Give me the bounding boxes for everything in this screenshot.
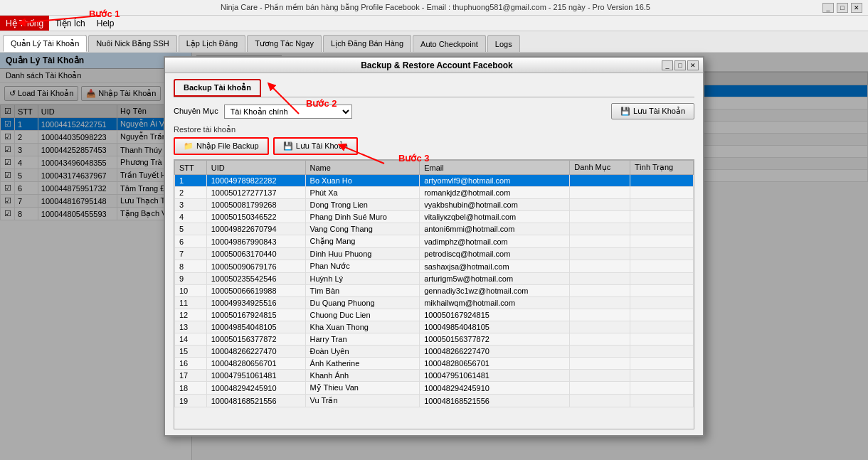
modal-row-tinhtrang [630,187,694,199]
import-backup-button[interactable]: 📁 Nhập File Backup [174,137,269,155]
save-account-button-restore[interactable]: 💾 Lưu Tài Khoản [273,137,358,155]
modal-minimize-button[interactable]: _ [662,60,673,70]
modal-table-row[interactable]: 11 100049934925516 Du Quang Phuong mikha… [175,297,694,309]
col-stt: STT [175,161,207,175]
modal-row-danhmuc [570,273,630,285]
tab-logs[interactable]: Logs [487,35,520,52]
restore-title: Restore tài khoản [174,125,694,134]
modal-row-danhmuc [570,370,630,382]
modal-row-uid: 100048168521556 [206,395,305,407]
modal-table-row[interactable]: 19 100048168521556 Vu Trần 1000481685215… [175,395,694,407]
modal-row-danhmuc [570,285,630,297]
modal-table-row[interactable]: 5 100049822670794 Vang Cong Thang antoni… [175,223,694,235]
modal-row-uid: 100050150346522 [206,211,305,223]
modal-table-row[interactable]: 2 100050127277137 Phút Xa romankjdz@hotm… [175,187,694,199]
modal-table-row[interactable]: 18 100048294245910 Mỹ Thieu Van 10004829… [175,382,694,395]
modal-row-uid: 100050066619988 [206,285,305,297]
modal-row-uid: 100048294245910 [206,382,305,395]
modal-row-email: vitaliyкzqbel@hotmail.com [420,211,570,223]
modal-row-danhmuc [570,187,630,199]
modal-row-stt: 5 [175,223,207,235]
modal-maximize-button[interactable]: □ [674,60,686,70]
tab-nuoinick[interactable]: Nuôi Nick Bằng SSH [88,35,176,52]
modal-row-email: antoni6mmi@hotmail.com [420,223,570,235]
modal-row-danhmuc [570,248,630,260]
modal-table-row[interactable]: 14 100050156377872 Harry Tran 1000501563… [175,333,694,346]
col-email: Email [420,161,570,175]
modal-overlay: Backup & Restore Account Facebook _ □ ✕ … [0,53,868,460]
modal-table-row[interactable]: 17 100047951061481 Khanh Ánh 10004795106… [175,370,694,382]
modal-table-row[interactable]: 4 100050150346522 Phang Dinh Sué Muro vi… [175,211,694,223]
modal-body: Backup Tài khoản Chuyên Mục Tài Khoản ch… [165,73,703,435]
tab-autocheckpoint[interactable]: Auto Checkpoint [413,35,486,52]
modal-title: Backup & Restore Account Facebook [212,60,662,70]
tab-tuongtac[interactable]: Tương Tác Ngay [247,35,322,52]
modal-tab-bar: Backup Tài khoản [174,79,694,97]
modal-row-name: Bo Xuan Ho [305,175,420,187]
modal-table-row[interactable]: 12 100050167924815 Chuong Duc Lien 10005… [175,309,694,321]
modal-row-name: Chuong Duc Lien [305,309,420,321]
tab-quanly[interactable]: Quản Lý Tài Khoản [3,35,87,52]
modal-row-name: Chặng Mang [305,235,420,248]
modal-row-tinhtrang [630,285,694,297]
category-select[interactable]: Tài Khoản chính Tài Khoản phụ [224,105,352,119]
modal-table-row[interactable]: 13 100049854048105 Kha Xuan Thong 100049… [175,321,694,333]
modal-row-uid: 100050090679176 [206,260,305,273]
modal-row-danhmuc [570,358,630,370]
save-account-button-top[interactable]: 💾 Lưu Tài Khoản [611,103,694,119]
modal-row-stt: 19 [175,395,207,407]
close-button[interactable]: ✕ [851,3,862,13]
modal-row-tinhtrang [630,223,694,235]
tab-laplịchdang[interactable]: Lập Lịch Đăng [179,35,245,52]
modal-row-email: romankjdz@hotmail.com [420,187,570,199]
modal-row-tinhtrang [630,273,694,285]
menu-item-tienich[interactable]: Tiện Ích [49,16,91,31]
modal-row-stt: 7 [175,248,207,260]
modal-row-tinhtrang [630,175,694,187]
modal-row-tinhtrang [630,309,694,321]
modal-row-stt: 3 [175,199,207,211]
menu-item-help[interactable]: Help [91,16,120,31]
menu-bar: Hệ Thống Tiện Ích Help [0,16,868,31]
modal-row-danhmuc [570,175,630,187]
modal-row-name: Phan Nước [305,260,420,273]
save-icon: 💾 [620,107,630,116]
modal-row-danhmuc [570,321,630,333]
modal-row-email: arturigm5w@hotmail.com [420,273,570,285]
modal-row-name: Đoàn Uyên [305,346,420,358]
modal-table-row[interactable]: 9 100050235542546 Huỳnh Lý arturigm5w@ho… [175,273,694,285]
modal-row-uid: 100050127277137 [206,187,305,199]
minimize-button[interactable]: _ [822,3,834,13]
modal-table-row[interactable]: 16 100048280656701 Ánh Katherine 1000482… [175,358,694,370]
modal-row-danhmuc [570,260,630,273]
modal-row-danhmuc [570,346,630,358]
modal-table-row[interactable]: 10 100050066619988 Tìm Bàn gennadiy3c1wz… [175,285,694,297]
modal-row-name: Du Quang Phuong [305,297,420,309]
modal-row-danhmuc [570,211,630,223]
modal-row-stt: 10 [175,285,207,297]
tab-backup[interactable]: Backup Tài khoản [174,79,261,97]
maximize-button[interactable]: □ [837,3,848,13]
modal-row-name: Tìm Bàn [305,285,420,297]
modal-row-danhmuc [570,395,630,407]
modal-table-row[interactable]: 3 100050081799268 Dong Trong Lien vyakbs… [175,199,694,211]
modal-table-row[interactable]: 1 100049789822282 Bo Xuan Ho artyomvlf9@… [175,175,694,187]
modal-row-uid: 100050063170440 [206,248,305,260]
tab-lichbanhang[interactable]: Lịch Đăng Bán Hàng [323,35,411,52]
window-controls: _ □ ✕ [822,3,862,13]
modal-row-tinhtrang [630,260,694,273]
title-bar: Ninja Care - Phần mềm bán hàng bằng Prof… [0,0,868,16]
modal-row-name: Huỳnh Lý [305,273,420,285]
modal-table-row[interactable]: 15 100048266227470 Đoàn Uyên 10004826622… [175,346,694,358]
modal-table-row[interactable]: 8 100050090679176 Phan Nước sashaxjsa@ho… [175,260,694,273]
modal-row-stt: 8 [175,260,207,273]
modal-table-row[interactable]: 6 100049867990843 Chặng Mang vadimphz@ho… [175,235,694,248]
modal-row-stt: 1 [175,175,207,187]
modal-row-name: Khanh Ánh [305,370,420,382]
modal-row-stt: 11 [175,297,207,309]
modal-close-button[interactable]: ✕ [687,60,699,70]
modal-row-email: 100050167924815 [420,309,570,321]
modal-row-email: 100048168521556 [420,395,570,407]
modal-table-row[interactable]: 7 100050063170440 Dinh Huu Phuong petrod… [175,248,694,260]
menu-item-hethong[interactable]: Hệ Thống [0,16,49,31]
